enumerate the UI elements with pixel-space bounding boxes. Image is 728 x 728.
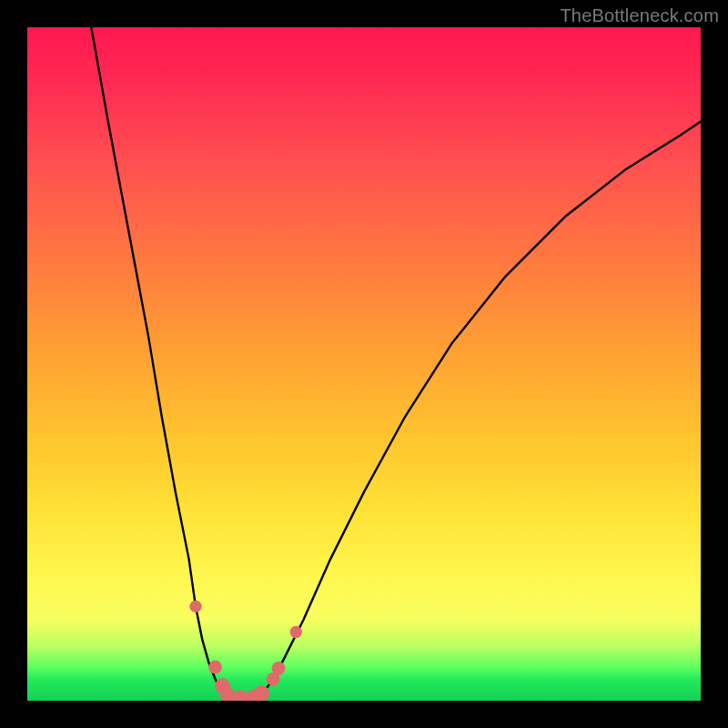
marker-dot [290,626,302,638]
figure-frame: TheBottleneck.com [0,0,728,728]
bottleneck-curve [91,27,701,699]
marker-dot [254,685,269,701]
marker-dot [189,601,201,612]
marker-dot [234,691,249,701]
plot-area [27,27,701,701]
marker-dot [272,662,286,675]
marker-dot [208,661,222,674]
chart-svg [27,27,701,701]
watermark-text: TheBottleneck.com [560,5,719,26]
